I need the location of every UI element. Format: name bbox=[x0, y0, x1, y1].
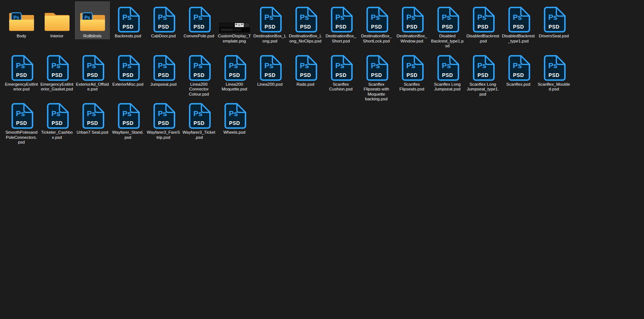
file-tile: Ps PSD Wayfarer_Stand.psd bbox=[111, 98, 145, 140]
file-label: CabDoor.psd bbox=[151, 34, 176, 39]
file-item[interactable]: Ps PSD DestinationBox_Long_NoClips.psd bbox=[288, 1, 323, 50]
file-icon-area: Ps PSD bbox=[288, 3, 322, 34]
file-item[interactable]: Ps PSD DestinationBox_ShortLock.psd bbox=[359, 1, 394, 50]
ps-logo-text: Ps bbox=[158, 13, 167, 21]
file-icon-area: Ps PSD bbox=[111, 3, 145, 34]
file-item[interactable]: Ps PSD Disabled Backrest_type1.psd bbox=[430, 1, 465, 50]
psd-badge-text: PSD bbox=[264, 72, 275, 78]
file-item[interactable]: Ps PSD DestinationBox_Long.psd bbox=[252, 1, 288, 50]
file-item[interactable]: Ps PSD CabDoor.psd bbox=[146, 1, 181, 50]
ps-logo-text: Ps bbox=[371, 13, 380, 21]
file-tile: Ps PSD DisabledBackrest_type1.psd bbox=[501, 1, 536, 44]
photoshop-file-icon: Ps PSD bbox=[542, 7, 566, 33]
file-tile: Ps PSD ExteriorAd_Offside.psd bbox=[75, 50, 110, 92]
folder-icon bbox=[44, 11, 71, 33]
file-tile: Ps PSD CabDoor.psd bbox=[146, 1, 181, 39]
file-item[interactable]: Ps PSD EmergencyExitInterior.psd bbox=[4, 50, 39, 98]
file-icon-grid: Ps Body Interior Ps Rollblinds Ps PSD Ba… bbox=[4, 1, 572, 146]
file-item[interactable]: Ps PSD Wayfarer_Stand.psd bbox=[110, 98, 146, 146]
file-item[interactable]: Ps PSD Backrests.psd bbox=[110, 1, 146, 50]
ps-logo-text: Ps bbox=[122, 13, 131, 21]
file-label: Linea200.psd bbox=[257, 82, 283, 87]
file-item[interactable]: Ps Body bbox=[4, 1, 39, 50]
file-icon-area bbox=[40, 3, 74, 34]
file-label: Body bbox=[16, 34, 26, 39]
file-item[interactable]: Ps PSD DriversSeat.psd bbox=[536, 1, 572, 50]
file-item[interactable]: Ps PSD Linea200.psd bbox=[252, 50, 288, 98]
file-item[interactable]: Ps PSD Wayfarer3_FareStrip.psd bbox=[146, 98, 181, 146]
file-tile: Ps PSD EmergencyExitInterior.psd bbox=[4, 50, 39, 92]
file-tile: Ps PSD Wayfarer3_Ticket.psd bbox=[181, 98, 216, 140]
file-item[interactable]: Ps PSD Scanflex.psd bbox=[501, 50, 536, 98]
file-item[interactable]: Ps PSD Linea200 Moquette.psd bbox=[217, 50, 252, 98]
file-item[interactable]: Ps PSD Rads.psd bbox=[288, 50, 323, 98]
file-icon-area: Ps PSD bbox=[253, 3, 287, 34]
file-item[interactable]: Ps PSD Urban7 Seat.psd bbox=[75, 98, 110, 146]
ps-logo-text: Ps bbox=[51, 110, 60, 118]
psd-badge-text: PSD bbox=[51, 120, 62, 126]
file-icon-area bbox=[217, 3, 251, 34]
file-item[interactable]: Interior bbox=[39, 1, 75, 50]
file-item[interactable]: Ps PSD Wheels.psd bbox=[217, 98, 252, 146]
photoshop-file-icon: Ps PSD bbox=[223, 103, 246, 129]
file-item[interactable]: CustomDisplay_Template.png bbox=[217, 1, 252, 50]
file-item[interactable]: Ps PSD Scanflex Long Jumpseat.psd bbox=[430, 50, 465, 98]
file-label: DestinationBox_Window.psd bbox=[395, 34, 429, 44]
file-icon-area: Ps PSD bbox=[288, 51, 322, 82]
file-label: Urban7 Seat.psd bbox=[76, 130, 108, 135]
file-icon-area: Ps PSD bbox=[75, 51, 109, 82]
file-item[interactable]: Ps PSD Scanflex_Moulded.psd bbox=[536, 50, 572, 98]
psd-badge-text: PSD bbox=[513, 24, 524, 30]
file-icon-area: Ps PSD bbox=[146, 3, 180, 34]
file-icon-area: Ps PSD bbox=[324, 51, 358, 82]
file-item[interactable]: Ps PSD DisabledBackrest_type1.psd bbox=[501, 1, 536, 50]
file-item[interactable]: Ps PSD Scanflex Flipseats.psd bbox=[394, 50, 430, 98]
file-label: Scanflex Cushion.psd bbox=[324, 82, 358, 92]
file-label: Scanflex_Moulded.psd bbox=[537, 82, 571, 92]
file-item[interactable]: Ps PSD SmoothPolesandPoleConnectors.psd bbox=[4, 98, 39, 146]
file-icon-area: Ps PSD bbox=[359, 51, 393, 82]
file-label: Scanflex Flipseats.psd bbox=[395, 82, 429, 92]
file-tile: Ps PSD DestinationBox_ShortLock.psd bbox=[359, 1, 394, 44]
file-icon-area: Ps PSD bbox=[182, 99, 216, 130]
file-tile: Interior bbox=[40, 1, 74, 39]
file-label: Scanflex Long Jumpseat.psd bbox=[430, 82, 464, 92]
file-item[interactable]: Ps PSD ConvexPole.psd bbox=[181, 1, 217, 50]
ps-logo-text: Ps bbox=[477, 62, 486, 70]
file-item[interactable]: Ps PSD Ticketer_Cashbox.psd bbox=[39, 98, 75, 146]
ps-logo-text: Ps bbox=[406, 62, 415, 70]
file-icon-area: Ps PSD bbox=[466, 51, 500, 82]
file-icon-area: Ps PSD bbox=[182, 3, 216, 34]
file-item[interactable]: Ps Rollblinds bbox=[75, 1, 110, 50]
file-label: DriversSeat.psd bbox=[539, 34, 569, 39]
file-label: Scanflex Flipseats with Moquette backing… bbox=[359, 82, 393, 102]
file-item[interactable]: Ps PSD Wayfarer3_Ticket.psd bbox=[181, 98, 217, 146]
photoshop-file-icon: Ps PSD bbox=[45, 103, 69, 129]
file-item[interactable]: Ps PSD DestinationBox_Window.psd bbox=[394, 1, 430, 50]
file-item[interactable]: Ps PSD Scanflex Flipseats with Moquette … bbox=[359, 50, 394, 98]
file-tile: Ps PSD DestinationBox_Short.psd bbox=[323, 1, 358, 44]
file-item[interactable]: Ps PSD EmergencyExitInterior_Gasket.psd bbox=[39, 50, 75, 98]
psd-badge-text: PSD bbox=[335, 24, 346, 30]
file-tile: Ps PSD EmergencyExitInterior_Gasket.psd bbox=[40, 50, 74, 92]
file-icon-area: Ps PSD bbox=[501, 51, 535, 82]
file-item[interactable]: Ps PSD Linea200 Connector Colour.psd bbox=[181, 50, 217, 98]
file-item[interactable]: Ps PSD Jumpseat.psd bbox=[146, 50, 181, 98]
photoshop-file-icon: Ps PSD bbox=[365, 7, 388, 33]
file-item[interactable]: Ps PSD Scanflex Long Jumpseat_type1.psd bbox=[465, 50, 501, 98]
psd-badge-text: PSD bbox=[442, 72, 453, 78]
file-item[interactable]: Ps PSD ExteriorMisc.psd bbox=[110, 50, 146, 98]
photoshop-file-icon: Ps PSD bbox=[258, 7, 282, 33]
ps-logo-text: Ps bbox=[264, 62, 273, 70]
file-icon-area: Ps PSD bbox=[40, 99, 74, 130]
file-item[interactable]: Ps PSD DisabledBackrest.psd bbox=[465, 1, 501, 50]
file-item[interactable]: Ps PSD ExteriorAd_Offside.psd bbox=[75, 50, 110, 98]
file-icon-area: Ps PSD bbox=[40, 51, 74, 82]
file-icon-area: Ps bbox=[75, 3, 109, 34]
ps-logo-text: Ps bbox=[13, 15, 19, 20]
file-icon-area: Ps PSD bbox=[430, 3, 464, 34]
photoshop-file-icon: Ps PSD bbox=[400, 7, 424, 33]
file-item[interactable]: Ps PSD DestinationBox_Short.psd bbox=[323, 1, 359, 50]
file-item[interactable]: Ps PSD Scanflex Cushion.psd bbox=[323, 50, 359, 98]
ps-logo-text: Ps bbox=[122, 110, 131, 118]
